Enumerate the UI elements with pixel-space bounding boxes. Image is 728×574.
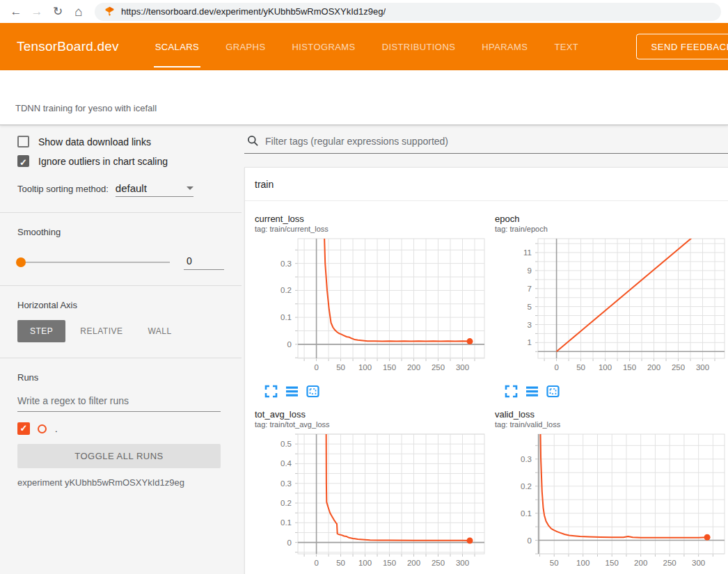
settings-sidebar: Show data download links ✓ Ignore outlie… xyxy=(0,125,242,574)
svg-text:250: 250 xyxy=(663,559,676,567)
svg-text:0.3: 0.3 xyxy=(280,479,292,488)
chart-tag: tag: train/current_loss xyxy=(253,225,490,233)
url-text: https://tensorboard.dev/experiment/yKUbh… xyxy=(121,6,386,17)
chart-tag: tag: train/tot_avg_loss xyxy=(253,420,490,429)
chevron-down-icon xyxy=(187,186,193,190)
tensorboard-brand: TensorBoard.dev xyxy=(17,39,119,54)
train-group-header[interactable]: train xyxy=(245,168,728,201)
ignore-outliers-label: Ignore outliers in chart scaling xyxy=(38,156,168,167)
line-chart[interactable]: 05010015020025030000.10.20.3 xyxy=(253,235,490,383)
tab-text[interactable]: TEXT xyxy=(553,23,580,70)
svg-text:300: 300 xyxy=(692,559,705,567)
run-checkbox-icon[interactable]: ✓ xyxy=(17,422,30,435)
svg-text:0.1: 0.1 xyxy=(280,313,292,321)
svg-text:200: 200 xyxy=(407,559,420,567)
svg-text:5: 5 xyxy=(528,303,532,311)
reload-icon[interactable]: ↻ xyxy=(49,6,67,17)
svg-text:250: 250 xyxy=(672,363,685,372)
svg-text:0.1: 0.1 xyxy=(521,509,532,518)
address-bar[interactable]: https://tensorboard.dev/experiment/yKUbh… xyxy=(95,3,721,21)
tag-filter-field[interactable]: Filter tags (regular expressions support… xyxy=(244,132,728,154)
search-icon xyxy=(247,135,259,147)
axis-wall-button[interactable]: WALL xyxy=(137,320,182,342)
ignore-outliers-checkbox-row[interactable]: ✓ Ignore outliers in chart scaling xyxy=(17,155,224,167)
chart-tot-avg-loss: tot_avg_loss tag: train/tot_avg_loss 050… xyxy=(253,409,490,574)
expand-chart-icon[interactable] xyxy=(505,385,518,398)
svg-text:0.2: 0.2 xyxy=(280,286,292,294)
expand-chart-icon[interactable] xyxy=(264,385,278,398)
tab-graphs[interactable]: GRAPHS xyxy=(224,23,267,70)
svg-text:100: 100 xyxy=(358,363,372,372)
log-scale-lines-icon[interactable] xyxy=(525,385,539,398)
chart-epoch: epoch tag: train/epoch 05010015020025030… xyxy=(493,214,728,398)
svg-text:50: 50 xyxy=(336,363,345,372)
svg-text:3: 3 xyxy=(528,321,532,329)
svg-text:0.4: 0.4 xyxy=(280,459,292,468)
scalars-main-panel: Filter tags (regular expressions support… xyxy=(242,125,728,574)
charts-grid: current_loss tag: train/current_loss 050… xyxy=(245,201,728,574)
run-color-circle-icon xyxy=(38,424,47,433)
back-icon[interactable]: ← xyxy=(7,6,25,17)
checkbox-checked-icon[interactable]: ✓ xyxy=(17,155,29,167)
line-chart[interactable]: 5010015020025030000.10.20.3 xyxy=(493,431,728,574)
app-header: TensorBoard.dev SCALARS GRAPHS HISTOGRAM… xyxy=(0,23,728,70)
home-icon[interactable]: ⌂ xyxy=(70,5,88,18)
sidebar-divider xyxy=(0,285,242,286)
smoothing-label: Smoothing xyxy=(17,227,224,237)
svg-text:0.3: 0.3 xyxy=(280,260,292,268)
svg-text:100: 100 xyxy=(599,363,612,372)
show-download-links-checkbox-row[interactable]: Show data download links xyxy=(17,136,224,148)
nav-tabs: SCALARS GRAPHS HISTOGRAMS DISTRIBUTIONS … xyxy=(154,23,580,70)
toggle-all-runs-button[interactable]: TOGGLE ALL RUNS xyxy=(17,444,221,468)
fit-domain-icon[interactable] xyxy=(306,385,319,398)
chart-title: valid_loss xyxy=(493,409,728,420)
send-feedback-button[interactable]: SEND FEEDBACK xyxy=(636,34,728,60)
smoothing-slider[interactable] xyxy=(17,262,170,263)
chart-title: epoch xyxy=(493,214,728,224)
tab-scalars[interactable]: SCALARS xyxy=(154,23,201,70)
run-list-item[interactable]: ✓ . xyxy=(17,422,224,435)
svg-text:0: 0 xyxy=(314,559,318,567)
checkbox-unchecked-icon[interactable] xyxy=(17,136,29,148)
line-chart[interactable]: 0501001502002503001357911 xyxy=(493,235,728,383)
axis-step-button[interactable]: STEP xyxy=(17,320,65,342)
svg-text:7: 7 xyxy=(528,285,532,293)
smoothing-slider-thumb[interactable] xyxy=(16,257,26,267)
experiment-subtitle-bar: TDNN training for yesno with icefall xyxy=(0,70,728,125)
svg-text:50: 50 xyxy=(550,559,559,567)
svg-text:200: 200 xyxy=(634,559,647,567)
horizontal-axis-label: Horizontal Axis xyxy=(17,300,224,310)
svg-text:0: 0 xyxy=(287,340,292,349)
browser-toolbar: ← → ↻ ⌂ https://tensorboard.dev/experime… xyxy=(0,0,728,23)
svg-text:100: 100 xyxy=(358,559,372,567)
svg-text:300: 300 xyxy=(456,363,469,372)
svg-text:9: 9 xyxy=(528,266,532,275)
forward-icon[interactable]: → xyxy=(28,6,46,17)
tab-hparams[interactable]: HPARAMS xyxy=(480,23,529,70)
chart-tag: tag: train/epoch xyxy=(493,225,728,233)
svg-text:100: 100 xyxy=(576,559,589,567)
tab-histograms[interactable]: HISTOGRAMS xyxy=(290,23,356,70)
tooltip-sorting-label: Tooltip sorting method: xyxy=(17,184,109,194)
fit-domain-icon[interactable] xyxy=(546,385,560,398)
tab-distributions[interactable]: DISTRIBUTIONS xyxy=(381,23,457,70)
svg-text:150: 150 xyxy=(623,363,636,372)
svg-text:300: 300 xyxy=(696,363,709,372)
svg-text:0.2: 0.2 xyxy=(521,482,532,491)
chart-title: tot_avg_loss xyxy=(253,409,490,420)
svg-text:0.3: 0.3 xyxy=(521,455,532,463)
log-scale-lines-icon[interactable] xyxy=(285,385,299,398)
train-group-card: train current_loss tag: train/current_lo… xyxy=(244,167,728,574)
smoothing-value-field[interactable]: 0 xyxy=(184,254,224,270)
chart-valid-loss: valid_loss tag: train/valid_loss 5010015… xyxy=(493,409,728,574)
tag-filter-placeholder: Filter tags (regular expressions support… xyxy=(265,136,448,147)
svg-text:150: 150 xyxy=(383,363,396,372)
tensorboard-favicon-icon xyxy=(104,6,115,17)
svg-text:0: 0 xyxy=(314,363,318,372)
tooltip-sorting-select[interactable]: default xyxy=(116,182,193,197)
runs-regex-input[interactable] xyxy=(17,392,221,412)
svg-text:50: 50 xyxy=(336,559,345,567)
line-chart[interactable]: 05010015020025030000.10.20.30.40.5 xyxy=(253,431,490,574)
axis-relative-button[interactable]: RELATIVE xyxy=(70,320,133,342)
svg-text:0: 0 xyxy=(554,363,558,372)
